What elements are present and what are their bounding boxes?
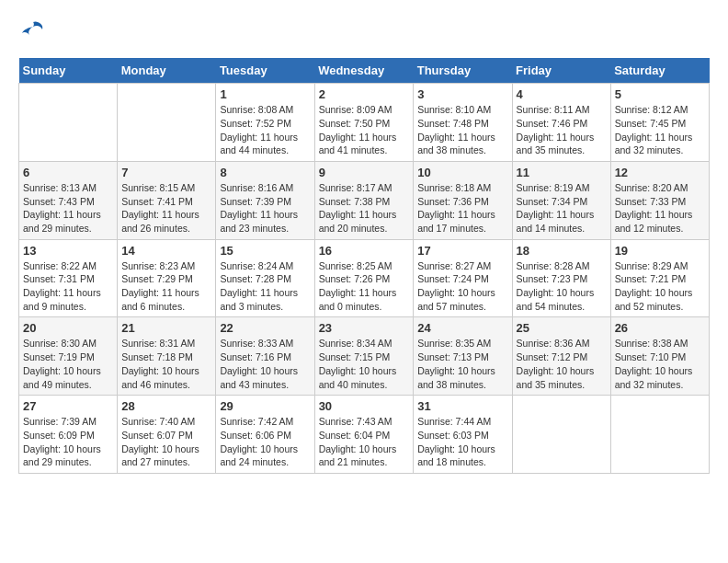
- page-header: [18, 18, 710, 49]
- day-number: 22: [220, 321, 310, 335]
- calendar-table: SundayMondayTuesdayWednesdayThursdayFrid…: [18, 58, 710, 474]
- day-info: Sunrise: 8:20 AM Sunset: 7:33 PM Dayligh…: [615, 181, 705, 236]
- day-info: Sunrise: 7:40 AM Sunset: 6:07 PM Dayligh…: [121, 415, 211, 469]
- day-info: Sunrise: 8:34 AM Sunset: 7:15 PM Dayligh…: [319, 337, 410, 391]
- day-number: 29: [220, 399, 310, 413]
- calendar-week-row: 13Sunrise: 8:22 AM Sunset: 7:31 PM Dayli…: [19, 239, 710, 317]
- day-number: 12: [615, 166, 705, 179]
- day-number: 19: [615, 244, 705, 258]
- day-info: Sunrise: 8:24 AM Sunset: 7:28 PM Dayligh…: [220, 259, 310, 314]
- day-info: Sunrise: 8:28 AM Sunset: 7:23 PM Dayligh…: [517, 259, 607, 314]
- day-info: Sunrise: 8:09 AM Sunset: 7:50 PM Dayligh…: [319, 103, 410, 157]
- day-info: Sunrise: 8:18 AM Sunset: 7:36 PM Dayligh…: [417, 181, 507, 236]
- calendar-week-row: 20Sunrise: 8:30 AM Sunset: 7:19 PM Dayli…: [19, 317, 710, 396]
- calendar-cell: 24Sunrise: 8:35 AM Sunset: 7:13 PM Dayli…: [414, 317, 512, 396]
- calendar-cell: 16Sunrise: 8:25 AM Sunset: 7:26 PM Dayli…: [314, 239, 414, 317]
- day-number: 3: [417, 87, 507, 101]
- day-info: Sunrise: 8:17 AM Sunset: 7:38 PM Dayligh…: [319, 181, 410, 236]
- day-number: 31: [417, 399, 507, 413]
- calendar-week-row: 27Sunrise: 7:39 AM Sunset: 6:09 PM Dayli…: [19, 396, 710, 474]
- calendar-cell: 20Sunrise: 8:30 AM Sunset: 7:19 PM Dayli…: [19, 317, 118, 396]
- day-info: Sunrise: 8:38 AM Sunset: 7:10 PM Dayligh…: [615, 337, 705, 391]
- calendar-cell: 7Sunrise: 8:15 AM Sunset: 7:41 PM Daylig…: [118, 161, 216, 239]
- header-saturday: Saturday: [610, 58, 709, 84]
- day-info: Sunrise: 8:36 AM Sunset: 7:12 PM Dayligh…: [517, 337, 607, 391]
- day-number: 14: [121, 244, 211, 258]
- day-number: 23: [319, 321, 410, 335]
- day-number: 13: [23, 244, 113, 258]
- day-number: 8: [220, 166, 310, 179]
- calendar-week-row: 1Sunrise: 8:08 AM Sunset: 7:52 PM Daylig…: [19, 84, 710, 162]
- day-info: Sunrise: 8:19 AM Sunset: 7:34 PM Dayligh…: [517, 181, 607, 236]
- calendar-header-row: SundayMondayTuesdayWednesdayThursdayFrid…: [19, 58, 710, 84]
- header-thursday: Thursday: [414, 58, 512, 84]
- calendar-cell: 18Sunrise: 8:28 AM Sunset: 7:23 PM Dayli…: [512, 239, 610, 317]
- calendar-cell: 26Sunrise: 8:38 AM Sunset: 7:10 PM Dayli…: [610, 317, 709, 396]
- calendar-cell: 10Sunrise: 8:18 AM Sunset: 7:36 PM Dayli…: [414, 161, 512, 239]
- calendar-cell: 22Sunrise: 8:33 AM Sunset: 7:16 PM Dayli…: [216, 317, 314, 396]
- calendar-cell: 8Sunrise: 8:16 AM Sunset: 7:39 PM Daylig…: [216, 161, 314, 239]
- calendar-cell: 30Sunrise: 7:43 AM Sunset: 6:04 PM Dayli…: [314, 396, 414, 474]
- calendar-cell: 1Sunrise: 8:08 AM Sunset: 7:52 PM Daylig…: [216, 84, 314, 162]
- calendar-cell: 27Sunrise: 7:39 AM Sunset: 6:09 PM Dayli…: [19, 396, 118, 474]
- day-info: Sunrise: 7:39 AM Sunset: 6:09 PM Dayligh…: [23, 415, 113, 469]
- day-number: 20: [23, 321, 113, 335]
- calendar-cell: 25Sunrise: 8:36 AM Sunset: 7:12 PM Dayli…: [512, 317, 610, 396]
- day-info: Sunrise: 8:10 AM Sunset: 7:48 PM Dayligh…: [417, 103, 507, 157]
- day-info: Sunrise: 8:08 AM Sunset: 7:52 PM Dayligh…: [220, 103, 310, 157]
- day-number: 27: [23, 399, 113, 413]
- day-info: Sunrise: 8:29 AM Sunset: 7:21 PM Dayligh…: [615, 259, 705, 314]
- day-number: 26: [615, 321, 705, 335]
- day-info: Sunrise: 8:33 AM Sunset: 7:16 PM Dayligh…: [220, 337, 310, 391]
- logo-bird-icon: [20, 18, 46, 44]
- header-friday: Friday: [512, 58, 610, 84]
- day-info: Sunrise: 8:16 AM Sunset: 7:39 PM Dayligh…: [220, 181, 310, 236]
- calendar-cell: 28Sunrise: 7:40 AM Sunset: 6:07 PM Dayli…: [118, 396, 216, 474]
- calendar-cell: 29Sunrise: 7:42 AM Sunset: 6:06 PM Dayli…: [216, 396, 314, 474]
- calendar-cell: 12Sunrise: 8:20 AM Sunset: 7:33 PM Dayli…: [610, 161, 709, 239]
- day-number: 5: [615, 87, 705, 101]
- day-number: 30: [319, 399, 410, 413]
- calendar-week-row: 6Sunrise: 8:13 AM Sunset: 7:43 PM Daylig…: [19, 161, 710, 239]
- day-info: Sunrise: 8:27 AM Sunset: 7:24 PM Dayligh…: [417, 259, 507, 314]
- calendar-cell: 11Sunrise: 8:19 AM Sunset: 7:34 PM Dayli…: [512, 161, 610, 239]
- logo: [18, 18, 46, 49]
- calendar-cell: [118, 84, 216, 162]
- day-info: Sunrise: 8:23 AM Sunset: 7:29 PM Dayligh…: [121, 259, 211, 314]
- calendar-cell: 13Sunrise: 8:22 AM Sunset: 7:31 PM Dayli…: [19, 239, 118, 317]
- day-number: 11: [517, 166, 607, 179]
- calendar-cell: 9Sunrise: 8:17 AM Sunset: 7:38 PM Daylig…: [314, 161, 414, 239]
- calendar-cell: 5Sunrise: 8:12 AM Sunset: 7:45 PM Daylig…: [610, 84, 709, 162]
- calendar-cell: 21Sunrise: 8:31 AM Sunset: 7:18 PM Dayli…: [118, 317, 216, 396]
- day-number: 1: [220, 87, 310, 101]
- day-info: Sunrise: 8:31 AM Sunset: 7:18 PM Dayligh…: [121, 337, 211, 391]
- calendar-cell: [512, 396, 610, 474]
- day-number: 17: [417, 244, 507, 258]
- day-number: 2: [319, 87, 410, 101]
- day-info: Sunrise: 8:12 AM Sunset: 7:45 PM Dayligh…: [615, 103, 705, 157]
- day-number: 16: [319, 244, 410, 258]
- day-info: Sunrise: 8:11 AM Sunset: 7:46 PM Dayligh…: [517, 103, 607, 157]
- day-info: Sunrise: 7:44 AM Sunset: 6:03 PM Dayligh…: [417, 415, 507, 469]
- calendar-cell: 4Sunrise: 8:11 AM Sunset: 7:46 PM Daylig…: [512, 84, 610, 162]
- calendar-cell: 17Sunrise: 8:27 AM Sunset: 7:24 PM Dayli…: [414, 239, 512, 317]
- calendar-cell: 2Sunrise: 8:09 AM Sunset: 7:50 PM Daylig…: [314, 84, 414, 162]
- day-number: 10: [417, 166, 507, 179]
- day-info: Sunrise: 7:43 AM Sunset: 6:04 PM Dayligh…: [319, 415, 410, 469]
- calendar-cell: 3Sunrise: 8:10 AM Sunset: 7:48 PM Daylig…: [414, 84, 512, 162]
- day-info: Sunrise: 8:13 AM Sunset: 7:43 PM Dayligh…: [23, 181, 113, 236]
- calendar-cell: [610, 396, 709, 474]
- day-number: 6: [23, 166, 113, 179]
- day-number: 25: [517, 321, 607, 335]
- day-number: 28: [121, 399, 211, 413]
- calendar-cell: 6Sunrise: 8:13 AM Sunset: 7:43 PM Daylig…: [19, 161, 118, 239]
- header-monday: Monday: [118, 58, 216, 84]
- calendar-cell: 23Sunrise: 8:34 AM Sunset: 7:15 PM Dayli…: [314, 317, 414, 396]
- calendar-cell: 15Sunrise: 8:24 AM Sunset: 7:28 PM Dayli…: [216, 239, 314, 317]
- day-number: 18: [517, 244, 607, 258]
- header-sunday: Sunday: [19, 58, 118, 84]
- day-info: Sunrise: 8:30 AM Sunset: 7:19 PM Dayligh…: [23, 337, 113, 391]
- calendar-cell: 14Sunrise: 8:23 AM Sunset: 7:29 PM Dayli…: [118, 239, 216, 317]
- calendar-cell: [19, 84, 118, 162]
- day-info: Sunrise: 7:42 AM Sunset: 6:06 PM Dayligh…: [220, 415, 310, 469]
